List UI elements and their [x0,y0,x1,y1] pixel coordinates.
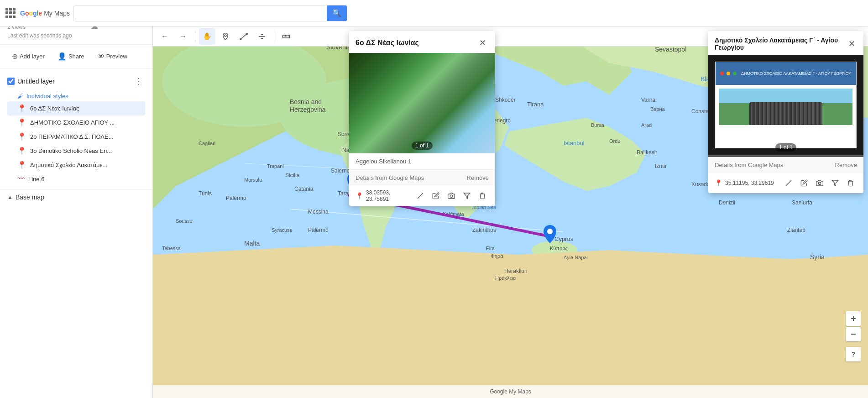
svg-marker-16 [504,118,646,191]
svg-text:Φηρά: Φηρά [491,253,503,259]
popup-delete-btn-2[interactable] [844,177,857,189]
svg-text:Palermo: Palermo [226,195,246,201]
popup-coords-2: 35.11195, 33.29619 [725,180,774,186]
ruler-button[interactable] [278,28,294,45]
popup-close-2[interactable]: ✕ [846,37,857,50]
forward-button[interactable]: → [175,28,191,45]
preview-button[interactable]: 👁 Preview [93,49,132,63]
layer-item-label-6: Line 6 [28,176,44,183]
popup-coords-row-2: 📍 35.11195, 33.29619 [708,173,863,193]
preview-icon: 👁 [97,52,105,61]
layer-item-4[interactable]: 📍 3o Dimotiko Scholio Neas Eri... [7,144,145,158]
svg-text:Balikesir: Balikesir [637,149,657,156]
svg-text:Palermo: Palermo [308,227,329,233]
popup-remove-btn-2[interactable]: Remove [835,162,857,168]
back-button[interactable]: ← [157,28,173,45]
svg-text:Marsala: Marsala [244,177,262,183]
layer-name: Untitled layer [17,78,55,85]
svg-text:Syracuse: Syracuse [272,227,293,233]
svg-text:Cyprus: Cyprus [554,236,574,242]
svg-marker-94 [786,180,791,186]
svg-marker-93 [464,193,470,199]
popup-style-btn-2[interactable] [782,177,795,189]
svg-marker-91 [418,193,423,199]
help-button[interactable]: ? [846,347,861,361]
popup-coords-1: 38.03593, 23.75891 [366,189,414,202]
popup-edit-btn-1[interactable] [429,189,442,202]
popup-details-row-2: Details from Google Maps Remove [708,157,863,173]
svg-text:Tirana: Tirana [527,101,544,108]
pin-icon-3: 📍 [17,132,26,141]
svg-text:Sanlurfa: Sanlurfa [792,199,812,206]
popup-close-1[interactable]: ✕ [476,37,489,49]
pin-icon-4: 📍 [17,147,26,155]
base-map-label: Base map [16,194,44,201]
individual-styles-label: Individual styles [26,93,68,100]
svg-line-21 [290,209,564,232]
pin-icon-2: 📍 [17,118,26,127]
popup-title-2: Δημοτικό Σχολείο Λακατάμειας Γ΄ - Αγίου … [715,37,846,51]
popup-action-icons-2 [782,177,857,189]
popup-filter-btn-1[interactable] [460,189,473,202]
popup-camera-btn-1[interactable] [445,189,458,202]
draw-line-button[interactable] [235,28,252,45]
layer-item-2[interactable]: 📍 ΔΗΜΟΤΙΚΟ ΣΧΟΛΕΙΟ ΑΓΙΟΥ ... [7,115,145,130]
layer-item-label-2: ΔΗΜΟΤΙΚΟ ΣΧΟΛΕΙΟ ΑΓΙΟΥ ... [30,119,115,126]
svg-text:Ordu: Ordu [609,138,620,144]
layer-item-3[interactable]: 📍 2ο ΠΕΙΡΑΜΑΤΙΚΟ Δ.Σ. ΠΟΛΕ... [7,130,145,144]
zoom-in-button[interactable]: + [846,311,861,326]
layer-item-6[interactable]: 〰 Line 6 [7,172,145,186]
svg-text:Denizli: Denizli [719,199,735,206]
svg-point-0 [225,34,226,36]
popup-filter-btn-2[interactable] [829,177,842,189]
popup-remove-btn-1[interactable]: Remove [467,174,489,181]
share-button[interactable]: 👤 Share [53,49,89,63]
svg-text:Варна: Варна [650,106,665,112]
toolbar-divider-2 [274,31,274,42]
base-map-header[interactable]: ▲ Base map [7,194,145,201]
add-marker-button[interactable] [217,28,234,45]
map-area[interactable]: Bosnia and Herzegovina Adriatic Sea Ista… [153,26,868,398]
zoom-out-button[interactable]: − [846,327,861,341]
svg-text:Zakinthos: Zakinthos [472,227,496,233]
svg-text:Ayia Napa: Ayia Napa [564,255,587,260]
popup-title-1: 6ο ΔΣ Νέας Ιωνίας [356,39,419,47]
popup-delete-btn-1[interactable] [476,189,489,202]
map-footer-text: Google My Maps [490,388,531,395]
search-bar: 🔍 [73,5,347,21]
popup-style-btn-1[interactable] [414,189,427,202]
svg-text:Syria: Syria [810,253,825,261]
pin-icon-6: 〰 [17,175,25,183]
pan-button[interactable]: ✋ [199,28,215,45]
popup-details-text-1: Details from Google Maps [356,174,424,181]
layer-item-1[interactable]: 📍 6ο ΔΣ Νέας Ιωνίας [7,101,145,115]
top-bar: Google My Maps 🔍 [0,0,868,26]
apps-icon[interactable] [5,8,16,19]
search-input[interactable] [74,5,327,21]
svg-text:Bursa: Bursa [591,122,605,128]
layer-item-5[interactable]: 📍 Δημοτικό Σχολείο Λακατάμε... [7,158,145,172]
svg-point-11 [162,36,326,127]
route-button[interactable] [254,28,270,45]
layer-item-label-4: 3o Dimotiko Scholio Neas Eri... [30,147,112,154]
layer-menu-button[interactable]: ⋮ [132,75,145,88]
layer-checkbox[interactable] [7,78,15,85]
coords-pin-icon-1: 📍 [356,192,363,199]
svg-text:Messina: Messina [308,209,329,215]
search-button[interactable]: 🔍 [327,5,347,21]
svg-text:Cagliari: Cagliari [199,141,215,146]
popup-edit-btn-2[interactable] [798,177,810,189]
individual-styles-row[interactable]: 🖌 Individual styles [7,90,145,101]
svg-point-1 [240,38,241,40]
popup-camera-btn-2[interactable] [813,177,826,189]
popup-card-2: Δημοτικό Σχολείο Λακατάμειας Γ΄ - Αγίου … [708,31,863,193]
layer-section: Untitled layer ⋮ 🖌 Individual styles 📍 6… [0,68,152,189]
svg-text:Sousse: Sousse [176,218,193,224]
svg-point-19 [532,241,577,259]
popup-address-1: Aggelou Sikelianou 1 [349,153,495,170]
sidebar: Εργο eTwinning 2024-25 Οικολογ... ⋮ 2 vi… [0,0,153,398]
svg-point-90 [547,229,553,234]
layer-item-label-1: 6ο ΔΣ Νέας Ιωνίας [30,105,79,112]
layer-header: Untitled layer ⋮ [7,72,145,90]
add-layer-button[interactable]: ⊕ Add layer [7,49,49,63]
